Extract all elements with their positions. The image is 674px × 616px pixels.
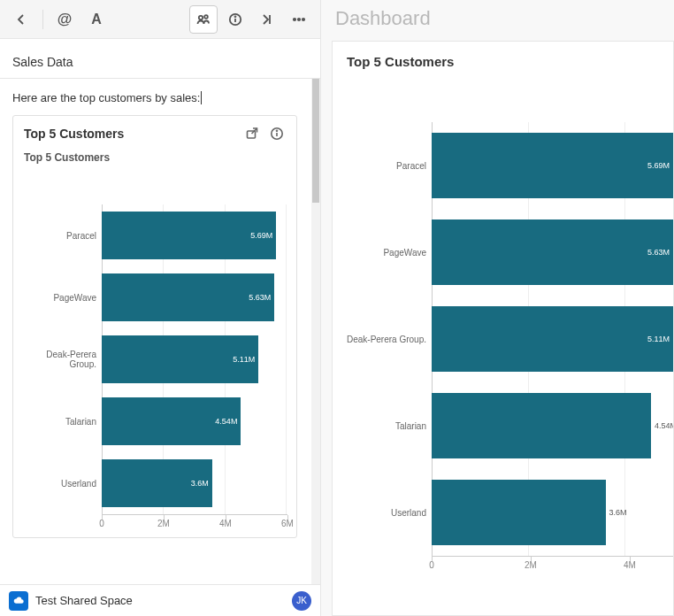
viz-card-title: Top 5 Customers (24, 127, 236, 141)
bar-category-label: PageWave (24, 293, 102, 303)
bar[interactable]: 5.69M (432, 133, 673, 199)
bar-category-label: Userland (24, 479, 102, 489)
x-tick-label: 0 (99, 519, 104, 528)
bar[interactable]: 3.6M (102, 459, 212, 506)
bar-row: Talarian4.54M (336, 382, 673, 469)
bar-category-label: Paracel (24, 231, 102, 241)
svg-point-13 (277, 130, 278, 131)
editor-toolbar: @ A (0, 0, 320, 39)
space-name[interactable]: Test Shared Space (35, 594, 133, 607)
bar[interactable]: 5.63M (432, 219, 673, 286)
svg-point-8 (303, 18, 304, 19)
bar-category-label: Paracel (336, 161, 432, 171)
separator (42, 10, 43, 29)
back-button[interactable] (7, 5, 35, 34)
document-title: Sales Data (0, 39, 320, 79)
svg-point-4 (235, 16, 236, 17)
svg-point-7 (298, 18, 300, 19)
viz-subtitle: Top 5 Customers (13, 148, 296, 169)
bar-row: Paracel5.69M (336, 122, 673, 209)
svg-point-0 (199, 15, 203, 19)
bar-row: PageWave5.63M (24, 266, 286, 328)
bar-row: Userland3.6M (24, 452, 286, 514)
text-format-button[interactable]: A (82, 5, 111, 34)
bar[interactable]: 5.11M (102, 335, 258, 382)
x-tick-label: 2M (157, 519, 170, 528)
bar-category-label: Deak-Perera Group. (336, 335, 432, 344)
bar[interactable]: 4.54M (432, 393, 651, 459)
info-button[interactable] (221, 5, 249, 34)
more-button[interactable] (285, 5, 313, 34)
dashboard-bar-chart[interactable]: Paracel5.69MPageWave5.63MDeak-Perera Gro… (333, 87, 673, 579)
svg-point-1 (204, 15, 208, 19)
bar-category-label: Deak-Perera Group. (24, 350, 102, 369)
dashboard-chart-title: Top 5 Customers (333, 54, 673, 87)
bar[interactable]: 5.69M (102, 212, 276, 258)
x-tick-label: 6M (281, 519, 294, 528)
viz-info-icon[interactable] (268, 125, 286, 142)
bar-row: Paracel5.69M (24, 204, 286, 266)
bar-row: Deak-Perera Group.5.11M (24, 328, 286, 390)
bar-category-label: Talarian (24, 417, 102, 427)
dashboard-card: Top 5 Customers Paracel5.69MPageWave5.63… (332, 41, 674, 616)
x-tick-label: 4M (219, 519, 232, 528)
share-users-button[interactable] (189, 5, 218, 34)
embedded-bar-chart[interactable]: Paracel5.69MPageWave5.63MDeak-Perera Gro… (13, 169, 296, 537)
x-tick-label: 0 (429, 560, 434, 570)
export-icon[interactable] (243, 125, 261, 142)
go-to-end-button[interactable] (253, 5, 281, 34)
footer-bar: Test Shared Space JK (0, 584, 320, 616)
document-scrollbar[interactable] (311, 79, 320, 584)
embedded-viz-card: Top 5 Customers Top 5 Customers Paracel5… (12, 115, 297, 538)
x-tick-label: 4M (624, 560, 636, 570)
bar-category-label: PageWave (336, 248, 432, 258)
bar-row: Userland3.6M (336, 469, 673, 556)
avatar[interactable]: JK (292, 591, 311, 611)
mention-button[interactable]: @ (50, 5, 79, 34)
bar[interactable]: 5.63M (102, 273, 274, 320)
cloud-icon[interactable] (9, 591, 28, 611)
svg-point-6 (294, 18, 295, 19)
bar[interactable]: 3.6M (432, 480, 606, 546)
x-tick-label: 2M (525, 560, 537, 570)
bar-row: Deak-Perera Group.5.11M (336, 296, 673, 382)
bar[interactable]: 4.54M (102, 397, 241, 444)
bar-category-label: Userland (336, 508, 432, 518)
dashboard-header: Dashboard (321, 0, 674, 41)
bar[interactable]: 5.11M (432, 306, 673, 373)
document-body-text[interactable]: Here are the top customers by sales: (12, 79, 297, 115)
bar-row: Talarian4.54M (24, 390, 286, 452)
bar-row: PageWave5.63M (336, 209, 673, 296)
bar-category-label: Talarian (336, 421, 432, 431)
